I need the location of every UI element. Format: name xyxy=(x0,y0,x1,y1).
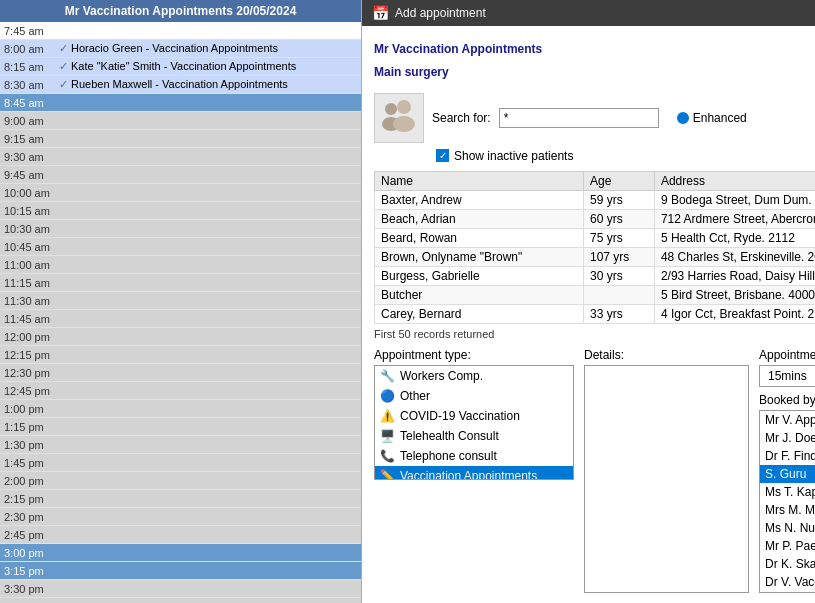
patient-row[interactable]: Burgess, Gabrielle30 yrs2/93 Harries Roa… xyxy=(375,266,816,285)
calendar-slot[interactable]: 2:15 pm xyxy=(0,490,361,508)
records-note: First 50 records returned xyxy=(374,328,815,340)
show-inactive-label: Show inactive patients xyxy=(454,149,573,163)
time-cell: 11:00 am xyxy=(0,259,55,271)
patient-cell-name: Burgess, Gabrielle xyxy=(375,266,584,285)
calendar-slot[interactable]: 11:15 am xyxy=(0,274,361,292)
booked-by-item[interactable]: Ms N. Nurse xyxy=(760,519,815,537)
booked-by-item[interactable]: Mr V. Appointments xyxy=(760,411,815,429)
appt-type-label-text: Other xyxy=(400,389,430,403)
calendar-slot[interactable]: 3:45 pm xyxy=(0,598,361,603)
calendar-slot[interactable]: 9:00 am xyxy=(0,112,361,130)
patient-row[interactable]: Beard, Rowan75 yrs5 Health Cct, Ryde. 21… xyxy=(375,228,816,247)
booked-by-item[interactable]: Mrs M. Manager xyxy=(760,501,815,519)
booked-by-item[interactable]: Mr P. Paediatrician xyxy=(760,537,815,555)
time-cell: 2:30 pm xyxy=(0,511,55,523)
patient-row[interactable]: Beach, Adrian60 yrs712 Ardmere Street, A… xyxy=(375,209,816,228)
calendar-slot[interactable]: 10:30 am xyxy=(0,220,361,238)
appt-type-item[interactable]: 📞Telephone consult xyxy=(375,446,573,466)
details-label: Details: xyxy=(584,348,749,362)
calendar-slot[interactable]: 3:30 pm xyxy=(0,580,361,598)
booked-by-item[interactable]: Mr J. Doe xyxy=(760,429,815,447)
calendar-slot[interactable]: 9:15 am xyxy=(0,130,361,148)
time-cell: 8:30 am xyxy=(0,79,55,91)
search-input[interactable] xyxy=(499,108,659,128)
calendar-slot[interactable]: 8:45 am xyxy=(0,94,361,112)
calendar-slot[interactable]: 1:15 pm xyxy=(0,418,361,436)
appt-type-icon: 🖥️ xyxy=(380,429,395,443)
calendar-slot[interactable]: 10:15 am xyxy=(0,202,361,220)
calendar-slot[interactable]: 12:15 pm xyxy=(0,346,361,364)
calendar-slot[interactable]: 11:45 am xyxy=(0,310,361,328)
calendar-slot[interactable]: 10:00 am xyxy=(0,184,361,202)
appt-type-item[interactable]: 🔧Workers Comp. xyxy=(375,366,573,386)
appt-length-select[interactable]: 5mins10mins15mins20mins30mins45mins60min… xyxy=(759,365,815,387)
calendar-slot[interactable]: 12:30 pm xyxy=(0,364,361,382)
calendar-slot[interactable]: 9:45 am xyxy=(0,166,361,184)
appt-type-label-text: COVID-19 Vaccination xyxy=(400,409,520,423)
time-cell: 2:00 pm xyxy=(0,475,55,487)
patient-cell-name: Beach, Adrian xyxy=(375,209,584,228)
patient-cell-age: 59 yrs xyxy=(583,190,654,209)
calendar-slot[interactable]: 12:00 pm xyxy=(0,328,361,346)
appt-type-item[interactable]: ✏️Vaccination Appointments xyxy=(375,466,573,480)
appt-type-item[interactable]: ⚠️COVID-19 Vaccination xyxy=(375,406,573,426)
calendar-slot[interactable]: 10:45 am xyxy=(0,238,361,256)
col-age: Age xyxy=(583,171,654,190)
calendar-slot[interactable]: 2:45 pm xyxy=(0,526,361,544)
calendar-slot[interactable]: 2:00 pm xyxy=(0,472,361,490)
svg-point-2 xyxy=(397,100,411,114)
time-cell: 11:45 am xyxy=(0,313,55,325)
appt-type-label-text: Vaccination Appointments xyxy=(400,469,537,480)
calendar-body[interactable]: 7:45 am8:00 am✓Horacio Green - Vaccinati… xyxy=(0,22,361,603)
patient-row[interactable]: Butcher5 Bird Street, Brisbane. 4000 xyxy=(375,285,816,304)
calendar-slot[interactable]: 12:45 pm xyxy=(0,382,361,400)
details-textarea[interactable] xyxy=(584,365,749,593)
appt-type-list[interactable]: 🔧Workers Comp.🔵Other⚠️COVID-19 Vaccinati… xyxy=(374,365,574,480)
patient-avatar xyxy=(374,93,424,143)
calendar-slot[interactable]: 8:30 am✓Rueben Maxwell - Vaccination App… xyxy=(0,76,361,94)
patient-cell-age: 30 yrs xyxy=(583,266,654,285)
calendar-slot[interactable]: 11:30 am xyxy=(0,292,361,310)
calendar-slot[interactable]: 1:45 pm xyxy=(0,454,361,472)
calendar-slot[interactable]: 1:00 pm xyxy=(0,400,361,418)
booked-by-item[interactable]: Dr F. Findacure xyxy=(760,447,815,465)
col-name: Name xyxy=(375,171,584,190)
appt-type-item[interactable]: 🖥️Telehealth Consult xyxy=(375,426,573,446)
calendar-header-text: Mr Vaccination Appointments 20/05/2024 xyxy=(6,4,355,18)
enhanced-label: Enhanced xyxy=(693,111,747,125)
booked-by-list[interactable]: Mr V. AppointmentsMr J. DoeDr F. Findacu… xyxy=(759,410,815,593)
calendar-slot[interactable]: 3:15 pm xyxy=(0,562,361,580)
appt-type-icon: 🔧 xyxy=(380,369,395,383)
calendar-slot[interactable]: 2:30 pm xyxy=(0,508,361,526)
calendar-slot[interactable]: 7:45 am xyxy=(0,22,361,40)
patient-cell-age: 60 yrs xyxy=(583,209,654,228)
calendar-header: Mr Vaccination Appointments 20/05/2024 xyxy=(0,0,361,22)
booked-by-item[interactable]: Ms T. Kapoor xyxy=(760,483,815,501)
booked-by-item[interactable]: S. Guru xyxy=(760,465,815,483)
calendar-slot[interactable]: 3:00 pm xyxy=(0,544,361,562)
calendar-slot[interactable]: 1:30 pm xyxy=(0,436,361,454)
calendar-slot[interactable]: 8:00 am✓Horacio Green - Vaccination Appo… xyxy=(0,40,361,58)
time-cell: 8:45 am xyxy=(0,97,55,109)
enhanced-option[interactable]: Enhanced xyxy=(677,111,747,125)
patient-cell-address: 48 Charles St, Erskineville. 2043 xyxy=(654,247,815,266)
patient-row[interactable]: Carey, Bernard33 yrs4 Igor Cct, Breakfas… xyxy=(375,304,816,323)
patient-row[interactable]: Baxter, Andrew59 yrs9 Bodega Street, Dum… xyxy=(375,190,816,209)
time-cell: 1:45 pm xyxy=(0,457,55,469)
appointment-title-line2: Main surgery xyxy=(374,65,449,79)
patient-cell-address: 2/93 Harries Road, Daisy Hill. 3465 xyxy=(654,266,815,285)
patient-cell-address: 712 Ardmere Street, Abercrombie. 2795 xyxy=(654,209,815,228)
add-appointment-header: 📅 Add appointment xyxy=(362,0,815,26)
calendar-slot[interactable]: 8:15 am✓Kate "Katie" Smith - Vaccination… xyxy=(0,58,361,76)
booked-by-item[interactable]: Dr K. Skaare xyxy=(760,555,815,573)
patient-cell-name: Brown, Onlyname "Brown" xyxy=(375,247,584,266)
appt-type-label: Appointment type: xyxy=(374,348,574,362)
appointment-title-line1: Mr Vaccination Appointments xyxy=(374,42,542,56)
appt-type-item[interactable]: 🔵Other xyxy=(375,386,573,406)
time-cell: 2:15 pm xyxy=(0,493,55,505)
show-inactive-checkbox[interactable]: ✓ xyxy=(436,149,449,162)
calendar-slot[interactable]: 11:00 am xyxy=(0,256,361,274)
calendar-slot[interactable]: 9:30 am xyxy=(0,148,361,166)
patient-row[interactable]: Brown, Onlyname "Brown"107 yrs48 Charles… xyxy=(375,247,816,266)
booked-by-item[interactable]: Dr V. Vaccine xyxy=(760,573,815,591)
